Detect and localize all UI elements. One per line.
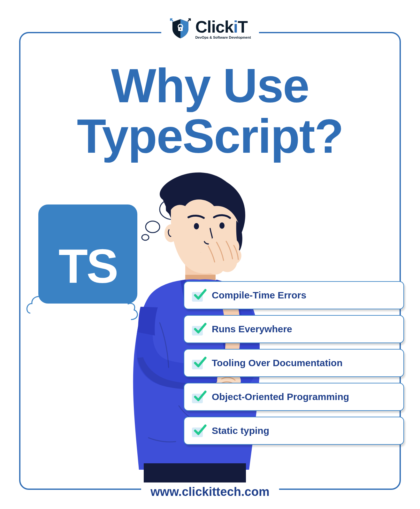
checkmark-icon bbox=[192, 424, 206, 437]
benefit-card: Compile-Time Errors bbox=[184, 281, 404, 309]
brand-logo: ClickiT DevOps & Software Development bbox=[161, 18, 259, 40]
svg-point-8 bbox=[194, 223, 199, 229]
shield-icon bbox=[169, 18, 191, 40]
checkmark-icon bbox=[192, 323, 206, 335]
benefit-label: Static typing bbox=[212, 425, 269, 436]
svg-point-7 bbox=[164, 224, 177, 242]
benefit-card: Runs Everywhere bbox=[184, 315, 404, 343]
svg-point-2 bbox=[179, 28, 181, 30]
benefit-label: Compile-Time Errors bbox=[212, 290, 306, 301]
page-title: Why Use TypeScript? bbox=[0, 61, 420, 161]
brand-tagline: DevOps & Software Development bbox=[195, 36, 251, 39]
website-url: www.clickittech.com bbox=[150, 485, 269, 499]
brand-name: ClickiT bbox=[195, 19, 251, 35]
checkmark-icon bbox=[192, 390, 206, 403]
benefits-list: Compile-Time Errors Runs Everywhere Tool… bbox=[184, 281, 404, 445]
benefit-label: Object-Oriented Programming bbox=[212, 391, 349, 402]
svg-rect-10 bbox=[144, 463, 246, 482]
benefit-card: Static typing bbox=[184, 417, 404, 445]
benefit-label: Runs Everywhere bbox=[212, 324, 292, 335]
benefit-card: Object-Oriented Programming bbox=[184, 383, 404, 411]
checkmark-icon bbox=[192, 357, 206, 369]
benefit-label: Tooling Over Documentation bbox=[212, 358, 342, 368]
svg-point-9 bbox=[219, 222, 225, 229]
footer: www.clickittech.com bbox=[141, 485, 279, 499]
checkmark-icon bbox=[192, 289, 206, 302]
benefit-card: Tooling Over Documentation bbox=[184, 349, 404, 377]
